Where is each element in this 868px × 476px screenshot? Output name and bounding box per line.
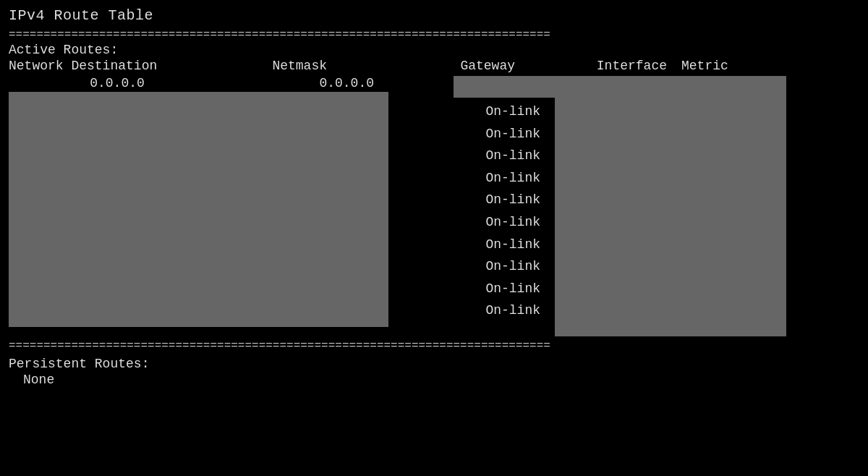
header-gateway: Gateway <box>370 59 529 73</box>
page-title: IPv4 Route Table <box>9 7 859 24</box>
onlink-entry: On-link <box>396 299 540 322</box>
first-netmask-value: 0.0.0.0 <box>226 76 396 90</box>
network-redacted-block <box>9 92 388 327</box>
gateway-onlink-list: On-linkOn-linkOn-linkOn-linkOn-linkOn-li… <box>396 101 555 322</box>
table-header: Network Destination Netmask Gateway Inte… <box>9 59 859 73</box>
gateway-first-redacted <box>454 76 555 98</box>
header-metric: Metric <box>674 59 859 73</box>
header-interface: Interface <box>529 59 674 73</box>
onlink-entry: On-link <box>396 255 540 278</box>
persistent-section: Persistent Routes: None <box>9 357 859 387</box>
bottom-separator: ========================================… <box>9 339 859 352</box>
onlink-entry: On-link <box>396 278 540 300</box>
active-routes-label: Active Routes: <box>9 43 859 57</box>
gateway-column: On-linkOn-linkOn-linkOn-linkOn-linkOn-li… <box>396 76 555 336</box>
top-separator: ========================================… <box>9 28 859 41</box>
onlink-entry: On-link <box>396 189 540 211</box>
onlink-entry: On-link <box>396 167 540 190</box>
onlink-entry: On-link <box>396 234 540 256</box>
network-column-block: 0.0.0.0 0.0.0.0 <box>9 76 396 336</box>
onlink-entry: On-link <box>396 145 540 167</box>
header-network: Network Destination <box>9 59 226 73</box>
onlink-entry: On-link <box>396 101 540 123</box>
interface-metric-block <box>555 76 859 336</box>
interface-redacted-block <box>555 76 786 336</box>
first-network-value: 0.0.0.0 <box>9 76 226 90</box>
onlink-entry: On-link <box>396 123 540 145</box>
first-row: 0.0.0.0 0.0.0.0 <box>9 76 396 90</box>
persistent-none-value: None <box>9 373 859 387</box>
header-netmask: Netmask <box>226 59 370 73</box>
onlink-entry: On-link <box>396 211 540 234</box>
persistent-routes-label: Persistent Routes: <box>9 357 859 371</box>
table-body: 0.0.0.0 0.0.0.0 On-linkOn-linkOn-linkOn-… <box>9 76 859 336</box>
